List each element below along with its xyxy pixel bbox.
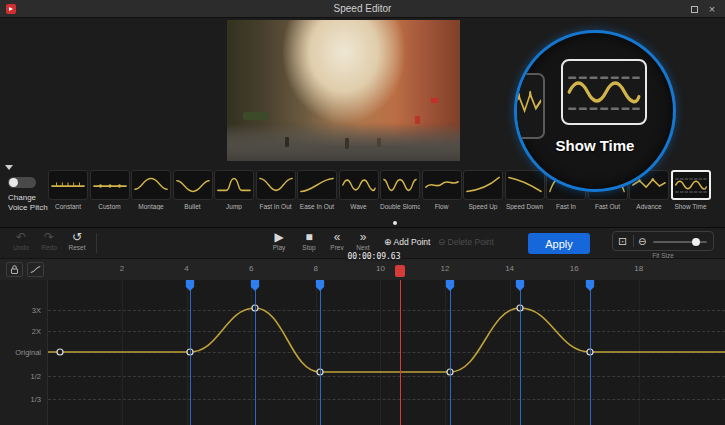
- preset-custom[interactable]: Custom: [90, 170, 130, 216]
- magnified-neighbor-thumb: [514, 73, 545, 139]
- preset-label: Constant: [48, 203, 88, 210]
- ruler-tick: 18: [634, 264, 643, 273]
- curve-control-point[interactable]: [57, 349, 63, 355]
- undo-button[interactable]: ↶ Undo: [6, 230, 36, 251]
- preset-thumbnail: [380, 170, 420, 200]
- titlebar: Speed Editor ×: [0, 0, 725, 18]
- speed-curve-editor[interactable]: 3X2XOriginal1/21/3: [0, 280, 725, 425]
- stop-icon: ■: [294, 230, 324, 244]
- preset-speed-up[interactable]: Speed Up: [463, 170, 503, 216]
- preset-label: Fast Out: [588, 203, 628, 210]
- speed-editor-window: Speed Editor × Change Voice Pitch Consta…: [0, 0, 725, 425]
- ruler-tick: 14: [505, 264, 514, 273]
- keyframe-line: [190, 290, 191, 425]
- maximize-icon: [691, 6, 698, 13]
- curve-tool-button[interactable]: [27, 262, 44, 277]
- preset-thumbnail: [173, 170, 213, 200]
- collapse-arrow-icon[interactable]: [5, 165, 13, 170]
- current-time: 00:00:09.63: [346, 252, 403, 261]
- maximize-button[interactable]: [687, 3, 701, 15]
- next-button[interactable]: » Next: [348, 230, 378, 251]
- preset-label: Double Slomo: [380, 203, 420, 210]
- voice-pitch-label: Change Voice Pitch: [8, 193, 52, 213]
- preset-label: Montage: [131, 203, 171, 210]
- preset-wave[interactable]: Wave: [339, 170, 379, 216]
- video-preview: [227, 20, 460, 161]
- fit-divider: [633, 235, 634, 247]
- undo-icon: ↶: [6, 230, 36, 244]
- redo-button[interactable]: ↷ Redo: [34, 230, 64, 251]
- preset-label: Speed Down: [505, 203, 545, 210]
- preset-label: Fast In Out: [256, 203, 296, 210]
- apply-button[interactable]: Apply: [528, 233, 590, 254]
- ruler-tick: 8: [314, 264, 318, 273]
- preset-label: Custom: [90, 203, 130, 210]
- preset-constant[interactable]: Constant: [48, 170, 88, 216]
- preset-thumbnail: [422, 170, 462, 200]
- curve-tool-icon: [28, 263, 43, 276]
- zoom-slider-knob[interactable]: [692, 238, 700, 246]
- keyframe-line: [590, 290, 591, 425]
- preview-figure: [285, 137, 289, 147]
- preset-flow[interactable]: Flow: [422, 170, 462, 216]
- preset-label: Ease In Out: [297, 203, 337, 210]
- preset-thumbnail: [131, 170, 171, 200]
- preset-ease-in-out[interactable]: Ease In Out: [297, 170, 337, 216]
- play-icon: ▶: [264, 230, 294, 244]
- preset-label: Advance: [629, 203, 669, 210]
- preview-figure: [345, 138, 349, 149]
- window-title: Speed Editor: [0, 3, 725, 14]
- add-point-button[interactable]: ⊕Add Point: [384, 237, 430, 247]
- show-time-magnifier: Show Time: [514, 30, 676, 192]
- preset-thumbnail: [463, 170, 503, 200]
- preview-figure: [377, 138, 381, 147]
- playhead-line: [400, 280, 401, 425]
- speed-level-label: 1/3: [31, 395, 41, 404]
- preset-pager-dot[interactable]: [393, 221, 397, 225]
- preset-montage[interactable]: Montage: [131, 170, 171, 216]
- delete-point-icon: ⊖: [438, 237, 446, 247]
- ruler-tick: 6: [249, 264, 253, 273]
- reset-button[interactable]: ↺ Reset: [62, 230, 92, 251]
- zoom-out-icon[interactable]: ⊖: [638, 234, 646, 249]
- preset-double-slomo[interactable]: Double Slomo: [380, 170, 420, 216]
- preview-sign: [431, 98, 438, 103]
- preset-bullet[interactable]: Bullet: [173, 170, 213, 216]
- preview-sign: [415, 116, 420, 124]
- preview-awning: [243, 112, 269, 120]
- zoom-slider[interactable]: [653, 241, 707, 243]
- stop-button[interactable]: ■ Stop: [294, 230, 324, 251]
- speed-level-label: 2X: [32, 327, 41, 336]
- toggle-knob: [9, 178, 18, 187]
- preset-label: Speed Up: [463, 203, 503, 210]
- preset-label: Fast In: [546, 203, 586, 210]
- delete-point-button[interactable]: ⊖Delete Point: [438, 237, 494, 247]
- ruler-tick: 16: [570, 264, 579, 273]
- lock-icon: [7, 263, 22, 276]
- fit-size-icon[interactable]: ⊡: [618, 234, 627, 249]
- speed-level-label: 1/2: [31, 372, 41, 381]
- preset-speed-down[interactable]: Speed Down: [505, 170, 545, 216]
- close-button[interactable]: ×: [705, 3, 719, 15]
- toolbar-separator: [96, 233, 97, 253]
- preset-thumbnail: [297, 170, 337, 200]
- playhead-handle[interactable]: [395, 265, 405, 277]
- lock-button[interactable]: [6, 262, 23, 277]
- preset-jump[interactable]: Jump: [214, 170, 254, 216]
- magnifier-label: Show Time: [517, 137, 673, 154]
- preset-fast-in-out[interactable]: Fast In Out: [256, 170, 296, 216]
- preset-show-time[interactable]: Show Time: [671, 170, 711, 216]
- preset-label: Show Time: [671, 203, 711, 210]
- redo-icon: ↷: [34, 230, 64, 244]
- voice-pitch-control: Change Voice Pitch: [8, 177, 52, 213]
- speed-curve: [0, 280, 725, 425]
- keyframe-line: [255, 290, 256, 425]
- play-button[interactable]: ▶ Play: [264, 230, 294, 251]
- ruler-tick: 10: [376, 264, 385, 273]
- preset-label: Flow: [422, 203, 462, 210]
- voice-pitch-toggle[interactable]: [8, 177, 36, 188]
- keyframe-line: [450, 290, 451, 425]
- timeline-ruler[interactable]: 00:00:09.63 24681012141618: [0, 258, 725, 280]
- speed-level-label: 3X: [32, 306, 41, 315]
- preset-label: Wave: [339, 203, 379, 210]
